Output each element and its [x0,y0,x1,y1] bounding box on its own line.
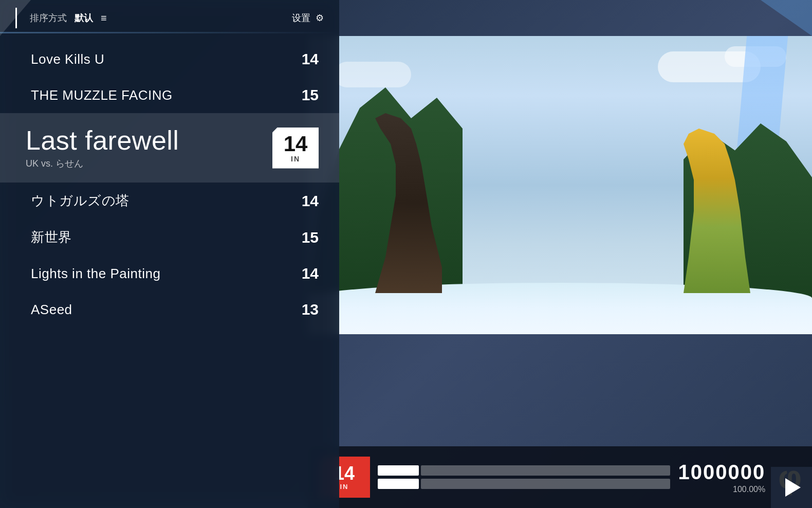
header-divider [15,8,17,28]
bar-segment-gray-2 [421,479,670,489]
song-level-the-muzzle-facing: 15 [298,86,319,104]
header-left-section: 排序方式 默认 ≡ [10,8,107,28]
artwork-panel [308,36,812,334]
song-title-last-farewell: Last farewell [26,126,272,155]
score-bar: 14 IN 1000000 100.00% φ [308,446,812,508]
selected-level-type: IN [291,155,300,163]
play-button[interactable] [771,467,812,508]
song-item-utogals-no-tou[interactable]: ウトガルズの塔 14 [0,183,339,219]
song-title-love-kills-u: Love Kills U [31,51,104,67]
score-value: 1000000 [678,461,765,484]
settings-area[interactable]: 设置 ⚙ [292,12,324,24]
sort-value: 默认 [75,12,93,24]
song-level-lights-in-the-painting: 14 [298,265,319,282]
bar-segment-gray-1 [421,465,670,476]
score-percentage: 100.00% [733,485,765,494]
selected-level-badge: 14 IN [272,128,319,169]
settings-label: 设置 [292,12,310,24]
song-title-lights-in-the-painting: Lights in the Painting [31,266,160,282]
song-subtitle-last-farewell: UK vs. らせん [26,157,272,170]
song-item-the-muzzle-facing[interactable]: THE MUZZLE FACING 15 [0,77,339,113]
song-item-love-kills-u[interactable]: Love Kills U 14 [0,41,339,77]
song-title-utogals-no-tou: ウトガルズの塔 [31,192,130,210]
header-bar: 排序方式 默认 ≡ 设置 ⚙ [0,0,339,36]
cloud-decoration-3 [334,62,411,87]
song-item-shinsekai[interactable]: 新世界 15 [0,219,339,256]
selected-level-number: 14 [284,133,308,155]
score-number-display: 1000000 100.00% [678,461,765,494]
sort-icon[interactable]: ≡ [101,12,107,24]
song-level-utogals-no-tou: 14 [298,192,319,210]
song-level-shinsekai: 15 [298,229,319,246]
song-list: Love Kills U 14 THE MUZZLE FACING 15 Las… [0,36,339,333]
song-title-the-muzzle-facing: THE MUZZLE FACING [31,87,173,103]
song-item-aseed[interactable]: ASeed 13 [0,292,339,328]
song-title-aseed: ASeed [31,302,72,318]
bar-segment-white-2 [378,479,419,489]
bar-row-1 [378,465,670,476]
settings-icon: ⚙ [316,12,324,24]
play-icon [785,478,801,497]
song-item-lights-in-the-painting[interactable]: Lights in the Painting 14 [0,256,339,292]
score-level-type: IN [340,483,349,491]
left-panel: 排序方式 默认 ≡ 设置 ⚙ Love Kills U 14 THE MUZZL… [0,0,339,508]
artwork-container [308,36,812,334]
song-item-last-farewell[interactable]: Last farewell UK vs. らせん 14 IN [0,113,339,183]
song-title-shinsekai: 新世界 [31,228,72,246]
bar-row-2 [378,479,670,489]
score-bar-visualization [378,465,670,489]
song-level-aseed: 13 [298,301,319,318]
song-level-love-kills-u: 14 [298,50,319,68]
bar-segment-white-1 [378,465,419,476]
sort-label: 排序方式 [30,12,67,24]
